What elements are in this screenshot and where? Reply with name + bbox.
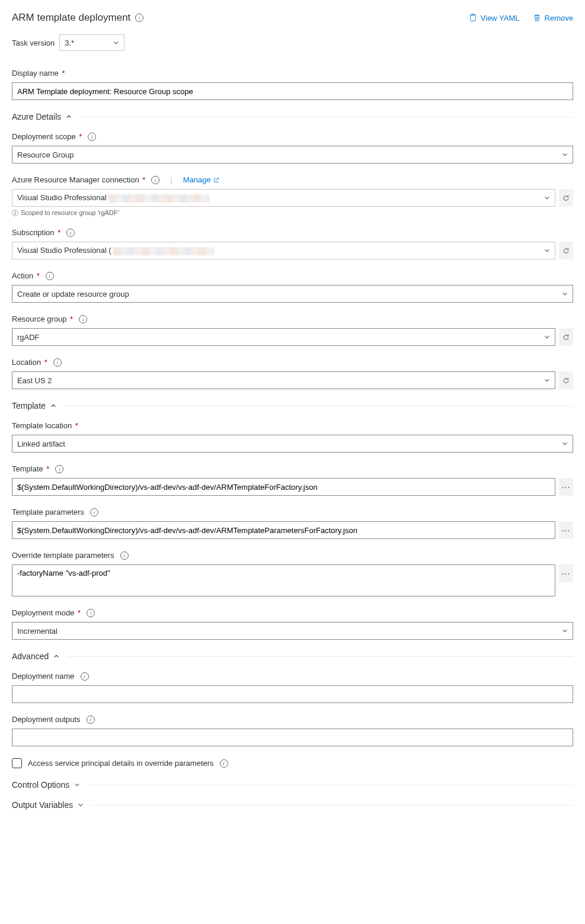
refresh-button[interactable] xyxy=(559,189,573,207)
chevron-down-icon xyxy=(562,291,568,297)
access-sp-label: Access service principal details in over… xyxy=(28,759,214,768)
deployment-outputs-label: Deployment outputs xyxy=(12,715,81,724)
refresh-icon xyxy=(562,376,570,385)
info-icon[interactable]: i xyxy=(87,609,95,617)
ellipsis-icon: ··· xyxy=(562,569,571,578)
arm-connection-select[interactable]: Visual Studio Professional xyxy=(12,189,555,207)
info-icon[interactable]: i xyxy=(220,759,228,768)
refresh-button[interactable] xyxy=(559,328,573,346)
remove-button[interactable]: Remove xyxy=(533,14,573,23)
info-icon[interactable]: i xyxy=(53,358,62,367)
resource-group-label: Resource group * xyxy=(12,315,73,323)
info-icon[interactable]: i xyxy=(135,14,143,22)
deployment-name-label: Deployment name xyxy=(12,672,75,681)
refresh-button[interactable] xyxy=(559,242,573,259)
display-name-label: Display name * xyxy=(12,69,573,78)
task-version-select[interactable]: 3.* xyxy=(59,34,124,51)
browse-button[interactable]: ··· xyxy=(559,564,573,582)
title-text: ARM template deployment xyxy=(12,12,130,24)
section-advanced[interactable]: Advanced xyxy=(12,652,573,661)
trash-icon xyxy=(533,14,541,22)
info-icon[interactable]: i xyxy=(120,551,129,560)
chevron-up-icon xyxy=(66,114,72,120)
subscription-label: Subscription * xyxy=(12,228,60,237)
resource-group-select[interactable]: rgADF xyxy=(12,328,555,346)
template-location-select[interactable]: Linked artifact xyxy=(12,435,573,453)
location-select[interactable]: East US 2 xyxy=(12,371,555,389)
action-select[interactable]: Create or update resource group xyxy=(12,285,573,303)
chevron-down-icon xyxy=(78,802,84,808)
deployment-scope-label: Deployment scope * xyxy=(12,132,82,141)
task-version-label: Task version xyxy=(12,38,55,47)
chevron-down-icon xyxy=(562,441,568,447)
info-icon[interactable]: i xyxy=(151,176,159,184)
info-icon[interactable]: i xyxy=(88,133,96,141)
refresh-icon xyxy=(562,333,570,342)
clipboard-icon xyxy=(469,14,477,22)
arm-connection-label: Azure Resource Manager connection * xyxy=(12,175,145,184)
chevron-down-icon xyxy=(544,377,550,383)
access-sp-checkbox[interactable] xyxy=(12,758,22,768)
deployment-mode-label: Deployment mode * xyxy=(12,608,81,617)
template-input[interactable] xyxy=(12,478,555,496)
view-yaml-button[interactable]: View YAML xyxy=(469,14,520,23)
template-parameters-label: Template parameters xyxy=(12,508,84,516)
ellipsis-icon: ··· xyxy=(562,483,571,491)
template-parameters-input[interactable] xyxy=(12,521,555,539)
browse-button[interactable]: ··· xyxy=(559,478,573,496)
manage-link[interactable]: Manage xyxy=(183,175,219,184)
chevron-up-icon xyxy=(53,653,59,659)
refresh-icon xyxy=(562,246,570,255)
page-title: ARM template deployment i xyxy=(12,12,143,24)
override-parameters-input[interactable] xyxy=(12,564,555,596)
info-small-icon: i xyxy=(12,210,18,216)
action-label: Action * xyxy=(12,271,40,280)
chevron-down-icon xyxy=(113,40,119,46)
location-label: Location * xyxy=(12,358,47,367)
deployment-name-input[interactable] xyxy=(12,685,573,703)
refresh-button[interactable] xyxy=(559,371,573,389)
deployment-scope-select[interactable]: Resource Group xyxy=(12,146,573,163)
ellipsis-icon: ··· xyxy=(562,526,571,534)
refresh-icon xyxy=(562,194,570,203)
info-icon[interactable]: i xyxy=(81,672,89,681)
info-icon[interactable]: i xyxy=(79,315,87,323)
deployment-mode-select[interactable]: Incremental xyxy=(12,622,573,640)
display-name-input[interactable] xyxy=(12,82,573,100)
chevron-down-icon xyxy=(544,195,550,201)
info-icon[interactable]: i xyxy=(87,716,95,724)
browse-button[interactable]: ··· xyxy=(559,521,573,539)
chevron-down-icon xyxy=(562,628,568,634)
info-icon[interactable]: i xyxy=(55,465,63,473)
redacted-text xyxy=(108,194,209,203)
chevron-up-icon xyxy=(50,403,56,409)
section-template[interactable]: Template xyxy=(12,401,573,410)
template-location-label: Template location * xyxy=(12,421,78,430)
chevron-down-icon xyxy=(544,334,550,340)
chevron-down-icon xyxy=(74,782,80,788)
arm-connection-helper: i Scoped to resource group 'rgADF' xyxy=(12,209,573,216)
chevron-down-icon xyxy=(562,152,568,158)
external-link-icon xyxy=(213,177,219,183)
info-icon[interactable]: i xyxy=(66,229,75,237)
section-azure-details[interactable]: Azure Details xyxy=(12,112,573,121)
section-output-variables[interactable]: Output Variables xyxy=(12,800,573,810)
override-parameters-label: Override template parameters xyxy=(12,551,114,560)
deployment-outputs-input[interactable] xyxy=(12,729,573,746)
redacted-text xyxy=(113,247,214,255)
chevron-down-icon xyxy=(544,248,550,254)
info-icon[interactable]: i xyxy=(90,508,98,516)
template-label: Template * xyxy=(12,464,49,473)
subscription-select[interactable]: Visual Studio Professional ( xyxy=(12,242,555,259)
section-control-options[interactable]: Control Options xyxy=(12,780,573,790)
info-icon[interactable]: i xyxy=(46,272,54,280)
